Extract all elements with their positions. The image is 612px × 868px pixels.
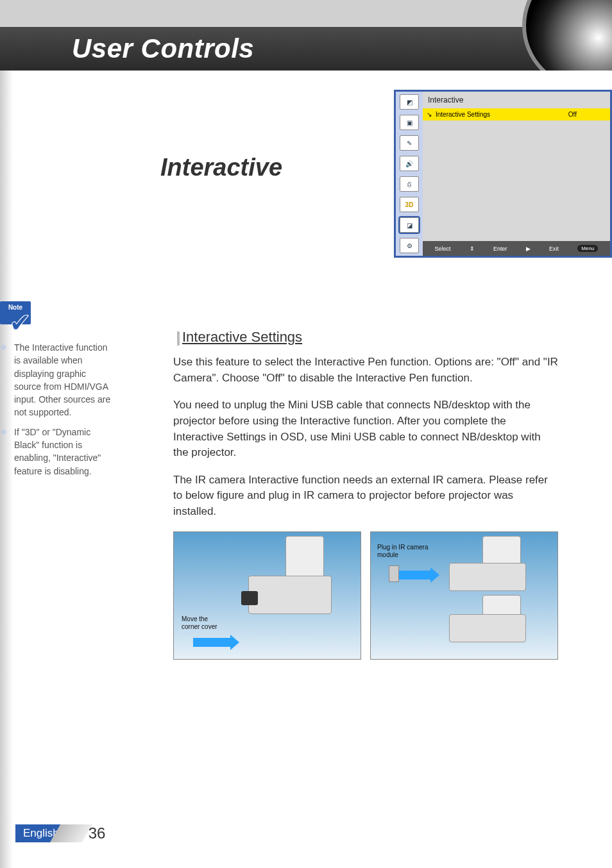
paragraph: The IR camera Interactive function needs… bbox=[173, 472, 558, 520]
osd-footer-enter: Enter bbox=[493, 246, 507, 252]
projector-mount bbox=[482, 536, 521, 567]
page-title: User Controls bbox=[72, 27, 254, 71]
lens-corner-graphic bbox=[522, 0, 612, 71]
projector-lens bbox=[241, 591, 258, 605]
osd-sidebar: ◩ ▣ ✎ 🔊 ⎙ 3D ◪ ⚙ bbox=[396, 92, 423, 256]
osd-icon-options: ⎙ bbox=[400, 176, 419, 192]
note-check-icon: ✔ bbox=[9, 304, 31, 343]
projector-body bbox=[248, 576, 332, 614]
osd-footer-exit: Exit bbox=[549, 246, 559, 252]
right-icon: ▶ bbox=[526, 246, 531, 252]
projector-body bbox=[449, 563, 526, 591]
figure-row: Move the corner cover Plug in IR camera … bbox=[173, 531, 558, 660]
osd-icon-network: ⚙ bbox=[400, 238, 419, 253]
page-number: 36 bbox=[89, 824, 106, 842]
paragraph: You need to unplug the Mini USB cable th… bbox=[173, 397, 558, 461]
osd-icon-settings: ✎ bbox=[400, 135, 419, 151]
page-footer: English 36 bbox=[15, 824, 105, 842]
osd-category-label: Interactive bbox=[423, 92, 610, 108]
updown-icon: ⇕ bbox=[470, 246, 475, 252]
osd-row-value: Off bbox=[568, 111, 577, 118]
paragraph: Use this feature to select the Interacti… bbox=[173, 355, 558, 386]
note-block: Note ✔ The Interactive function is avail… bbox=[0, 301, 112, 484]
ir-camera-module bbox=[389, 565, 399, 582]
osd-screenshot: ◩ ▣ ✎ 🔊 ⎙ 3D ◪ ⚙ Interactive ↘ Interacti… bbox=[394, 90, 612, 258]
osd-icon-interactive: ◪ bbox=[400, 217, 419, 233]
language-tab: English bbox=[15, 824, 71, 842]
note-item: If "3D" or "Dynamic Black" function is e… bbox=[0, 426, 112, 478]
osd-footer-select: Select bbox=[435, 246, 451, 252]
figure-left-caption: Move the corner cover bbox=[182, 615, 226, 631]
projector-mount bbox=[285, 536, 324, 581]
arrow-icon bbox=[193, 638, 232, 647]
figure-right-caption: Plug in IR camera module bbox=[377, 544, 435, 559]
osd-footer: Select ⇕ Enter ▶ Exit Menu bbox=[423, 241, 610, 256]
page-header: User Controls bbox=[0, 0, 612, 71]
note-item: The Interactive function is available wh… bbox=[0, 341, 112, 419]
osd-body-empty bbox=[423, 121, 610, 241]
osd-main: Interactive ↘ Interactive Settings Off S… bbox=[423, 92, 610, 256]
projector-body bbox=[449, 614, 526, 642]
content-area: Interactive ◩ ▣ ✎ 🔊 ⎙ 3D ◪ ⚙ Interactive… bbox=[0, 90, 612, 660]
body-column: Interactive Settings Use this feature to… bbox=[173, 329, 558, 660]
figure-left: Move the corner cover bbox=[173, 531, 361, 660]
osd-icon-3d: 3D bbox=[400, 197, 419, 212]
sub-heading: Interactive Settings bbox=[173, 329, 558, 346]
figure-right: Plug in IR camera module bbox=[370, 531, 558, 660]
osd-footer-menu: Menu bbox=[577, 245, 598, 252]
osd-icon-screen: ▣ bbox=[400, 115, 419, 130]
osd-icon-volume: 🔊 bbox=[400, 156, 419, 171]
osd-row-icon: ↘ bbox=[427, 111, 432, 118]
arrow-icon bbox=[396, 571, 432, 580]
osd-row-label: Interactive Settings bbox=[436, 111, 565, 118]
osd-icon-picture: ◩ bbox=[400, 94, 419, 110]
note-badge: Note ✔ bbox=[0, 301, 41, 332]
osd-selected-row: ↘ Interactive Settings Off bbox=[423, 108, 610, 121]
note-list: The Interactive function is available wh… bbox=[0, 341, 112, 478]
